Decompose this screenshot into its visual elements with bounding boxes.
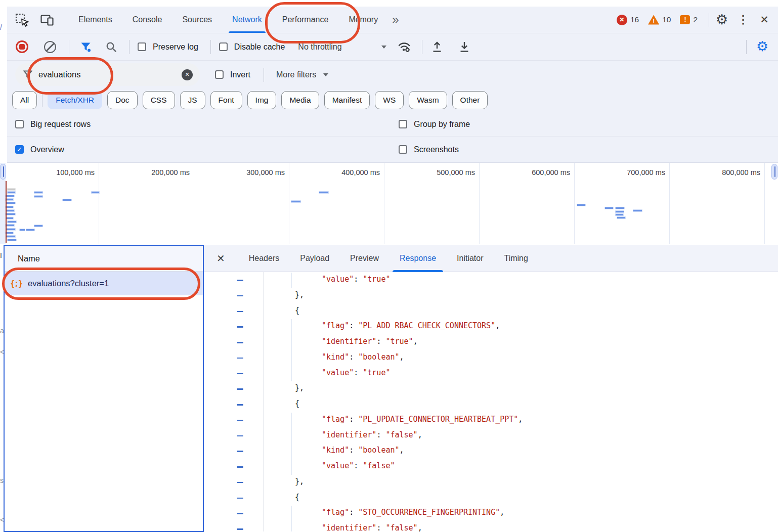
detail-tab-initiator[interactable]: Initiator xyxy=(457,245,483,272)
fold-marker-icon[interactable] xyxy=(237,498,243,499)
timeline-tick-label: 500,000 ms xyxy=(399,168,475,176)
settings-gear-icon[interactable]: ⚙ xyxy=(713,11,730,28)
network-conditions-icon[interactable] xyxy=(396,38,413,56)
tab-memory[interactable]: Memory xyxy=(338,7,388,33)
fold-marker-icon[interactable] xyxy=(237,311,243,313)
chip-other[interactable]: Other xyxy=(452,91,488,109)
inspect-element-icon[interactable] xyxy=(13,11,30,28)
timeline-gridline xyxy=(669,163,670,244)
chip-css[interactable]: CSS xyxy=(143,91,175,109)
request-timing-bar xyxy=(604,207,614,209)
device-toolbar-icon[interactable] xyxy=(38,11,56,28)
detail-tab-preview[interactable]: Preview xyxy=(350,245,379,272)
record-network-log-icon[interactable] xyxy=(13,38,30,56)
filter-icon[interactable] xyxy=(77,38,95,56)
chip-ws[interactable]: WS xyxy=(375,91,404,109)
fold-marker-icon[interactable] xyxy=(237,326,243,328)
chip-manifest[interactable]: Manifest xyxy=(324,91,370,109)
request-timing-bar xyxy=(19,229,25,231)
close-devtools-icon[interactable]: ✕ xyxy=(756,11,773,28)
detail-tab-headers[interactable]: Headers xyxy=(249,245,279,272)
code-line: "flag": "STO_OCCURRENCE_FINGERPRINTING", xyxy=(204,506,778,521)
request-timing-bar xyxy=(34,191,43,194)
network-settings-gear-icon[interactable]: ⚙ xyxy=(754,38,771,56)
divider xyxy=(42,94,42,107)
group-by-frame-checkbox[interactable] xyxy=(399,120,407,128)
divider xyxy=(422,40,422,54)
tab-sources[interactable]: Sources xyxy=(172,7,222,33)
indent-guide xyxy=(291,428,292,444)
throttling-select-value[interactable]: No throttling xyxy=(298,42,341,52)
filter-input[interactable] xyxy=(38,70,176,79)
code-line: "value": "true" xyxy=(204,273,778,288)
tab-network[interactable]: Network xyxy=(222,7,272,33)
fold-marker-icon[interactable] xyxy=(237,358,243,359)
chip-img[interactable]: Img xyxy=(247,91,277,109)
tab-elements[interactable]: Elements xyxy=(68,7,122,33)
resource-type-chips: AllFetch/XHRDocCSSJSFontImgMediaManifest… xyxy=(7,88,778,112)
divider xyxy=(746,40,747,54)
export-har-icon[interactable] xyxy=(456,38,473,56)
fold-marker-icon[interactable] xyxy=(237,420,243,421)
detail-tab-response[interactable]: Response xyxy=(400,245,436,272)
console-warnings-badge[interactable]: 10 xyxy=(648,15,671,25)
chip-fetch-xhr[interactable]: Fetch/XHR xyxy=(48,91,102,109)
clear-network-log-icon[interactable] xyxy=(41,38,59,56)
import-har-icon[interactable] xyxy=(428,38,446,56)
search-icon[interactable] xyxy=(103,38,120,56)
fold-marker-icon[interactable] xyxy=(237,388,243,390)
fold-marker-icon[interactable] xyxy=(237,513,243,514)
fold-marker-icon[interactable] xyxy=(237,295,243,297)
more-filters-button[interactable]: More filters xyxy=(276,70,316,79)
clear-filter-icon[interactable]: ✕ xyxy=(182,69,193,80)
request-timing-bar xyxy=(5,213,16,215)
fold-marker-icon[interactable] xyxy=(237,435,243,437)
chip-all[interactable]: All xyxy=(12,91,37,109)
request-timing-bar xyxy=(615,213,624,216)
big-request-rows-checkbox[interactable] xyxy=(15,120,24,128)
issues-badge[interactable]: ! 2 xyxy=(680,15,698,24)
invert-checkbox[interactable] xyxy=(215,70,224,79)
tab-console[interactable]: Console xyxy=(122,7,172,33)
chip-font[interactable]: Font xyxy=(210,91,242,109)
more-filters-chevron-down-icon[interactable] xyxy=(323,73,328,76)
menu-dots-icon[interactable]: ⋮ xyxy=(734,11,752,28)
disable-cache-checkbox[interactable] xyxy=(219,42,228,51)
code-line: "value": "false" xyxy=(204,459,778,475)
network-overview-timeline[interactable]: 100,000 ms200,000 ms300,000 ms400,000 ms… xyxy=(0,163,778,244)
detail-tab-payload[interactable]: Payload xyxy=(300,245,329,272)
request-row[interactable]: {;}evaluations?cluster=1 xyxy=(5,272,203,295)
code-line: "flag": "PL_ADD_RBAC_CHECK_CONNECTORS", xyxy=(204,319,778,335)
tab-performance[interactable]: Performance xyxy=(272,7,339,33)
fold-marker-icon[interactable] xyxy=(237,528,243,530)
chip-js[interactable]: JS xyxy=(180,91,205,109)
throttling-chevron-down-icon[interactable] xyxy=(381,46,386,49)
fold-marker-icon[interactable] xyxy=(237,373,243,375)
console-errors-badge[interactable]: ✕ 16 xyxy=(617,15,639,25)
detail-tab-timing[interactable]: Timing xyxy=(504,245,528,272)
response-body-viewer[interactable]: "value": "true"},{"flag": "PL_ADD_RBAC_C… xyxy=(204,272,778,531)
preserve-log-checkbox[interactable] xyxy=(138,42,146,51)
chip-wasm[interactable]: Wasm xyxy=(409,91,447,109)
screenshots-checkbox[interactable] xyxy=(399,145,407,154)
overview-checkbox[interactable]: ✓ xyxy=(15,145,24,154)
fold-marker-icon[interactable] xyxy=(237,280,243,281)
request-timing-bar xyxy=(6,209,15,212)
chip-media[interactable]: Media xyxy=(281,91,319,109)
request-detail-panel: ✕ HeadersPayloadPreviewResponseInitiator… xyxy=(204,245,778,532)
filter-input-pill[interactable]: ✕ xyxy=(15,63,200,86)
timeline-right-handle[interactable] xyxy=(771,164,777,180)
name-column-header[interactable]: Name xyxy=(5,246,203,272)
fold-marker-icon[interactable] xyxy=(237,451,243,452)
fold-marker-icon[interactable] xyxy=(237,482,243,483)
close-detail-icon[interactable]: ✕ xyxy=(217,252,225,264)
fold-marker-icon[interactable] xyxy=(237,404,243,406)
timeline-left-handle[interactable] xyxy=(0,164,6,180)
request-timing-bar xyxy=(6,235,16,238)
request-timing-bar xyxy=(34,195,43,198)
fold-marker-icon[interactable] xyxy=(237,342,243,343)
chip-doc[interactable]: Doc xyxy=(107,91,138,109)
more-tabs-icon[interactable]: » xyxy=(392,13,398,27)
fold-marker-icon[interactable] xyxy=(237,466,243,468)
issues-count: 2 xyxy=(693,15,698,24)
